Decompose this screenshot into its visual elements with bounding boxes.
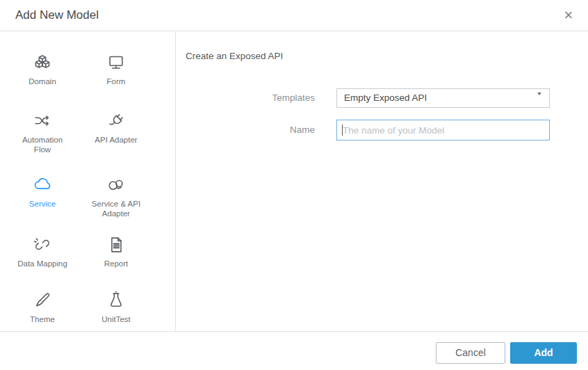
sidebar-item-domain[interactable]: Domain xyxy=(6,52,79,111)
paintbrush-icon xyxy=(32,290,53,311)
name-label: Name xyxy=(177,120,315,140)
templates-label: Templates xyxy=(177,88,315,108)
sidebar-item-label: Report xyxy=(104,259,129,268)
shuffle-icon xyxy=(32,111,53,131)
flask-icon xyxy=(106,290,126,311)
text-caret xyxy=(342,124,343,136)
dialog-title: Add New Model xyxy=(15,0,99,31)
cubes-icon xyxy=(32,52,53,73)
plug-icon xyxy=(106,111,126,131)
report-document-icon xyxy=(106,234,126,255)
model-type-sidebar: Domain Form xyxy=(0,31,176,331)
sidebar-item-service[interactable]: Service xyxy=(6,175,79,234)
sidebar-item-api-adapter[interactable]: API Adapter xyxy=(79,111,153,175)
sidebar-item-label: Service xyxy=(29,199,56,209)
model-type-grid: Domain Form xyxy=(6,31,175,346)
sidebar-item-report[interactable]: Report xyxy=(79,234,153,290)
add-button[interactable]: Add xyxy=(510,342,577,364)
section-heading: Create an Exposed API xyxy=(186,51,283,61)
sidebar-item-data-mapping[interactable]: Data Mapping xyxy=(6,234,79,290)
sidebar-item-label: Domain xyxy=(28,77,56,86)
sidebar-item-service-api-adapter[interactable]: Service & API Adapter xyxy=(79,175,153,234)
templates-select[interactable]: Empty Exposed API xyxy=(336,88,550,108)
sidebar-item-label: Automation Flow xyxy=(17,135,68,154)
add-new-model-dialog: Add New Model × Domain xyxy=(0,0,588,370)
sidebar-item-label: Service & API Adapter xyxy=(90,199,142,218)
close-icon[interactable]: × xyxy=(559,6,578,25)
sidebar-item-label: UnitTest xyxy=(101,314,131,324)
sidebar-item-label: API Adapter xyxy=(95,135,137,145)
templates-selected-value: Empty Exposed API xyxy=(344,89,427,107)
cloud-loop-icon xyxy=(106,175,126,195)
sidebar-item-label: Data Mapping xyxy=(17,259,67,268)
chevron-down-icon xyxy=(537,95,543,108)
cloud-icon xyxy=(32,175,53,195)
sidebar-item-label: Form xyxy=(107,77,126,86)
dialog-footer: Cancel Add xyxy=(0,331,588,370)
dialog-body: Create an Exposed API Templates Empty Ex… xyxy=(177,31,588,331)
sidebar-item-form[interactable]: Form xyxy=(79,52,153,111)
dialog-header: Add New Model × xyxy=(0,0,588,31)
broken-link-icon xyxy=(32,234,53,255)
sidebar-item-automation-flow[interactable]: Automation Flow xyxy=(6,111,79,175)
monitor-icon xyxy=(106,52,126,73)
sidebar-item-label: Theme xyxy=(30,314,55,324)
name-field-wrap xyxy=(336,120,550,140)
name-input[interactable] xyxy=(336,120,550,140)
cancel-button[interactable]: Cancel xyxy=(436,342,505,364)
